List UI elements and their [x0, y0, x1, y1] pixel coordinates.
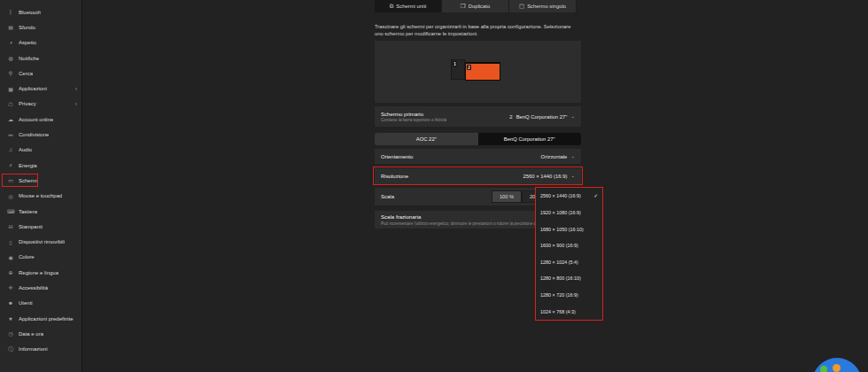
- power-icon: ⚡: [7, 162, 14, 168]
- primary-display-dropdown[interactable]: 2 BenQ Corporation 27" ⌄: [509, 114, 575, 120]
- resolution-option-label: 1280 × 720 (16:9): [540, 292, 578, 298]
- sidebar-item-label: Applicazioni predefinite: [19, 316, 74, 322]
- sidebar-item-bluetooth[interactable]: ᛒ Bluetooth: [0, 4, 81, 19]
- resolution-option-1680x1050[interactable]: 1680 × 1050 (16:10): [536, 221, 602, 237]
- resolution-option-label: 1280 × 800 (16:10): [540, 275, 581, 281]
- removable-media-icon: ▯: [7, 239, 14, 245]
- sidebar-item-label: Dispositivi rimovibili: [19, 239, 65, 244]
- chevron-down-icon: ⌄: [570, 174, 575, 179]
- resolution-option-1024x768[interactable]: 1024 × 768 (4:3): [536, 303, 602, 320]
- sidebar-item-regione-lingua[interactable]: ⊕ Regione e lingua: [0, 265, 81, 280]
- primary-display-row[interactable]: Schermo primario Contiene la barra super…: [375, 106, 581, 127]
- sidebar-item-label: Condivisione: [19, 132, 49, 137]
- sidebar-item-label: Stampanti: [19, 224, 43, 229]
- scale-label: Scala: [381, 194, 394, 199]
- sidebar-item-label: Mouse e touchpad: [19, 193, 62, 198]
- orientation-label: Orientamento: [381, 154, 413, 159]
- sidebar-item-data-ora[interactable]: ◷ Data e ora: [0, 326, 81, 341]
- resolution-option-label: 2560 × 1440 (16:9): [540, 193, 581, 198]
- user-icon: ☻: [7, 300, 14, 306]
- resolution-label: Risoluzione: [381, 174, 408, 179]
- scale-100-button[interactable]: 100 %: [492, 190, 522, 203]
- resolution-option-1280x720[interactable]: 1280 × 720 (16:9): [536, 287, 602, 304]
- mascot-orange-dot: [833, 364, 841, 372]
- sidebar-item-dispositivi-rimovibili[interactable]: ▯ Dispositivi rimovibili: [0, 234, 81, 249]
- arrange-displays-description: Trascinare gli schermi per organizzarli …: [375, 24, 580, 37]
- sidebar-item-audio[interactable]: ♫ Audio: [0, 143, 81, 158]
- primary-display-name: BenQ Corporation 27": [516, 114, 568, 120]
- resolution-dropdown-button[interactable]: 2560 × 1440 (16:9) ⌄: [523, 174, 575, 179]
- tab-label: Schermi uniti: [396, 4, 426, 9]
- monitor-2-thumbnail[interactable]: 2: [465, 62, 500, 81]
- sidebar-item-mouse-touchpad[interactable]: ◎ Mouse e touchpad: [0, 189, 81, 204]
- monitor-tab-aoc[interactable]: AOC 22": [375, 133, 478, 145]
- sidebar-item-stampanti[interactable]: ⊟ Stampanti: [0, 219, 81, 234]
- sidebar-item-schermi[interactable]: ▭ Schermi: [0, 173, 81, 188]
- bell-icon: ◍: [7, 55, 14, 61]
- sidebar-item-label: Regione e lingua: [19, 270, 58, 275]
- resolution-option-1600x900[interactable]: 1600 × 900 (16:9): [536, 237, 602, 254]
- tab-schermo-singolo[interactable]: ▢ Schermo singolo: [509, 0, 577, 12]
- tab-label: Schermo singolo: [527, 4, 566, 9]
- sidebar-item-utenti[interactable]: ☻ Utenti: [0, 296, 81, 311]
- sidebar-item-label: Applicazioni: [19, 86, 47, 91]
- sidebar-item-cerca[interactable]: ⚲ Cerca: [0, 66, 81, 81]
- fractional-scaling-title: Scala frazionaria: [381, 213, 559, 220]
- shield-icon: ☖: [7, 101, 14, 107]
- orientation-dropdown[interactable]: Orizzontale ⌄: [541, 154, 575, 159]
- apps-grid-icon: ▦: [7, 86, 14, 92]
- tab-duplicato[interactable]: ❐ Duplicato: [442, 0, 509, 12]
- sidebar-item-aspetto[interactable]: ◑ Aspetto: [0, 35, 81, 50]
- chevron-right-icon: ›: [75, 101, 77, 107]
- sidebar-item-label: Colore: [19, 254, 35, 260]
- sidebar-item-account-online[interactable]: ☁ Account online: [0, 112, 81, 127]
- sidebar-item-label: Tastiera: [19, 209, 37, 214]
- monitor-2-badge: 2: [467, 65, 471, 70]
- wallpaper-icon: ▤: [7, 24, 14, 30]
- resolution-row[interactable]: Risoluzione 2560 × 1440 (16:9) ⌄: [375, 168, 581, 184]
- orientation-row[interactable]: Orientamento Orizzontale ⌄: [375, 149, 581, 164]
- resolution-option-1280x1024[interactable]: 1280 × 1024 (5:4): [536, 254, 602, 271]
- cloud-icon: ☁: [7, 116, 14, 122]
- orientation-value: Orizzontale: [541, 154, 568, 159]
- monitor-1-thumbnail[interactable]: 1: [451, 59, 465, 80]
- sidebar-item-condivisione[interactable]: ⚯ Condivisione: [0, 127, 81, 142]
- sidebar-item-label: Schermi: [19, 178, 38, 183]
- sidebar-item-applicazioni-predefinite[interactable]: ★ Applicazioni predefinite: [0, 311, 81, 326]
- sidebar-item-informazioni[interactable]: ⓘ Informazioni: [0, 342, 81, 357]
- display-arrangement-canvas: 1 2: [375, 41, 581, 103]
- sidebar-item-applicazioni[interactable]: ▦ Applicazioni ›: [0, 81, 81, 96]
- sidebar-item-tastiera[interactable]: ⌨ Tastiera: [0, 204, 81, 219]
- mascot-overlay: [812, 358, 862, 372]
- sidebar-item-colore[interactable]: ◉ Colore: [0, 250, 81, 265]
- resolution-option-1920x1080[interactable]: 1920 × 1080 (16:9): [536, 205, 602, 221]
- share-icon: ⚯: [7, 132, 14, 138]
- mirror-displays-icon: ❐: [461, 4, 466, 10]
- sidebar-item-notifiche[interactable]: ◍ Notifiche: [0, 50, 81, 66]
- sidebar-item-accessibilita[interactable]: ✛ Accessibilità: [0, 280, 81, 295]
- monitor-tab-benq[interactable]: BenQ Corporation 27": [478, 133, 582, 145]
- sidebar-item-label: Utenti: [19, 300, 33, 306]
- keyboard-icon: ⌨: [7, 208, 14, 214]
- resolution-option-label: 1280 × 1024 (5:4): [540, 260, 578, 265]
- star-icon: ★: [7, 315, 14, 322]
- resolution-option-2560x1440[interactable]: 2560 × 1440 (16:9) ✓: [536, 188, 602, 205]
- sidebar-item-label: Aspetto: [19, 40, 36, 45]
- sidebar-item-sfondo[interactable]: ▤ Sfondo: [0, 19, 81, 35]
- sidebar-item-privacy[interactable]: ☖ Privacy ›: [0, 97, 81, 112]
- resolution-option-1280x800[interactable]: 1280 × 800 (16:10): [536, 270, 602, 287]
- monitor-tab-label: AOC 22": [416, 136, 437, 142]
- sidebar-item-label: Bluetooth: [19, 10, 41, 15]
- resolution-option-label: 1920 × 1080 (16:9): [540, 210, 581, 215]
- chevron-down-icon: ⌄: [570, 114, 575, 120]
- printer-icon: ⊟: [7, 223, 14, 229]
- chevron-right-icon: ›: [75, 86, 77, 92]
- fractional-scaling-subtitle: Può incrementare l'utilizzo energetico, …: [381, 221, 559, 226]
- sidebar-item-energia[interactable]: ⚡ Energia: [0, 158, 81, 173]
- tab-schermi-uniti[interactable]: ⧉ Schermi uniti: [375, 0, 442, 12]
- settings-sidebar: ᛒ Bluetooth ▤ Sfondo ◑ Aspetto ◍ Notific…: [0, 0, 82, 372]
- sidebar-item-label: Energia: [19, 163, 37, 168]
- resolution-option-label: 1024 × 768 (4:3): [540, 309, 576, 314]
- chevron-down-icon: ⌄: [570, 154, 575, 159]
- resolution-value: 2560 × 1440 (16:9): [523, 174, 567, 179]
